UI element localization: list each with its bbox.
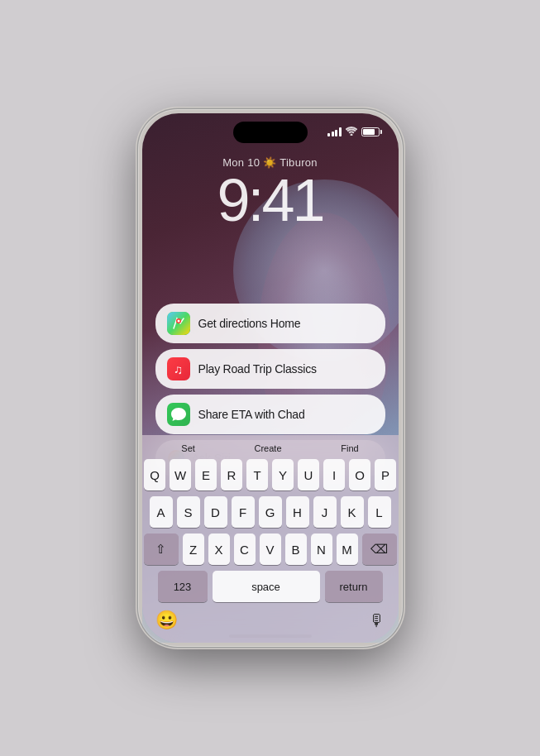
phone-frame: Mon 10 ☀️ Tiburon 9:41 bbox=[138, 109, 403, 647]
key-w[interactable]: W bbox=[170, 459, 191, 490]
suggestion-music-text: Play Road Trip Classics bbox=[198, 362, 317, 376]
key-y[interactable]: Y bbox=[272, 459, 294, 490]
battery-icon bbox=[361, 127, 382, 136]
suggestion-directions-text: Get directions Home bbox=[198, 317, 301, 330]
suggestion-messages-text: Share ETA with Chad bbox=[198, 408, 305, 421]
dynamic-island bbox=[233, 122, 308, 143]
music-icon: ♫ bbox=[167, 357, 190, 380]
key-g[interactable]: G bbox=[259, 496, 282, 528]
key-delete[interactable]: ⌫ bbox=[362, 534, 397, 565]
key-row-3: ⇧ Z X C V B N M ⌫ bbox=[147, 534, 394, 565]
key-shift[interactable]: ⇧ bbox=[144, 534, 179, 565]
key-a[interactable]: A bbox=[150, 496, 173, 528]
keyboard: Set Create Find Q W E R T Y U I O P bbox=[142, 435, 399, 643]
signal-bar-2 bbox=[332, 132, 334, 136]
key-t[interactable]: T bbox=[246, 459, 268, 490]
status-icons bbox=[327, 127, 382, 137]
key-q[interactable]: Q bbox=[144, 459, 165, 490]
suggestion-directions[interactable]: Get directions Home bbox=[155, 304, 385, 343]
signal-bar-1 bbox=[327, 133, 330, 136]
key-d[interactable]: D bbox=[204, 496, 227, 528]
maps-icon bbox=[167, 312, 190, 335]
key-p[interactable]: P bbox=[375, 459, 396, 490]
emoji-icon[interactable]: 😀 bbox=[151, 608, 183, 633]
key-o[interactable]: O bbox=[349, 459, 370, 490]
svg-point-2 bbox=[177, 320, 179, 323]
key-row-2: A S D F G H J K L bbox=[147, 496, 394, 528]
key-k[interactable]: K bbox=[341, 496, 364, 528]
key-h[interactable]: H bbox=[286, 496, 309, 528]
key-l[interactable]: L bbox=[368, 496, 391, 528]
shortcut-find[interactable]: Find bbox=[336, 442, 363, 455]
key-123[interactable]: 123 bbox=[158, 571, 208, 602]
wifi-icon bbox=[346, 127, 357, 137]
key-row-1: Q W E R T Y U I O P bbox=[147, 459, 394, 490]
key-b[interactable]: B bbox=[285, 534, 307, 565]
key-v[interactable]: V bbox=[260, 534, 281, 565]
keyboard-shortcuts: Set Create Find bbox=[146, 440, 395, 459]
suggestion-music[interactable]: ♫ Play Road Trip Classics bbox=[155, 349, 385, 389]
key-s[interactable]: S bbox=[177, 496, 200, 528]
key-f[interactable]: F bbox=[232, 496, 255, 528]
messages-icon bbox=[167, 403, 190, 426]
key-i[interactable]: I bbox=[323, 459, 345, 490]
key-c[interactable]: C bbox=[234, 534, 256, 565]
suggestion-messages[interactable]: Share ETA with Chad bbox=[155, 395, 385, 434]
phone-screen: Mon 10 ☀️ Tiburon 9:41 bbox=[142, 113, 399, 643]
key-space[interactable]: space bbox=[213, 571, 320, 602]
signal-bar-4 bbox=[339, 127, 342, 136]
key-u[interactable]: U bbox=[298, 459, 319, 490]
lock-info: Mon 10 ☀️ Tiburon 9:41 bbox=[142, 156, 399, 230]
key-n[interactable]: N bbox=[311, 534, 332, 565]
shortcut-set[interactable]: Set bbox=[176, 442, 200, 455]
time-display: 9:41 bbox=[142, 170, 399, 230]
signal-bar-3 bbox=[335, 130, 337, 136]
key-row-4: 123 space return bbox=[147, 571, 394, 602]
key-return[interactable]: return bbox=[325, 571, 383, 602]
keyboard-bottom: 😀 🎙 bbox=[146, 602, 395, 634]
key-x[interactable]: X bbox=[208, 534, 230, 565]
key-z[interactable]: Z bbox=[183, 534, 204, 565]
shortcut-create[interactable]: Create bbox=[250, 442, 287, 455]
keyboard-rows: Q W E R T Y U I O P A S D F G bbox=[146, 459, 395, 602]
key-r[interactable]: R bbox=[221, 459, 242, 490]
signal-icon bbox=[327, 127, 342, 136]
key-e[interactable]: E bbox=[195, 459, 217, 490]
key-m[interactable]: M bbox=[337, 534, 358, 565]
key-j[interactable]: J bbox=[313, 496, 337, 528]
microphone-icon[interactable]: 🎙 bbox=[364, 610, 390, 632]
